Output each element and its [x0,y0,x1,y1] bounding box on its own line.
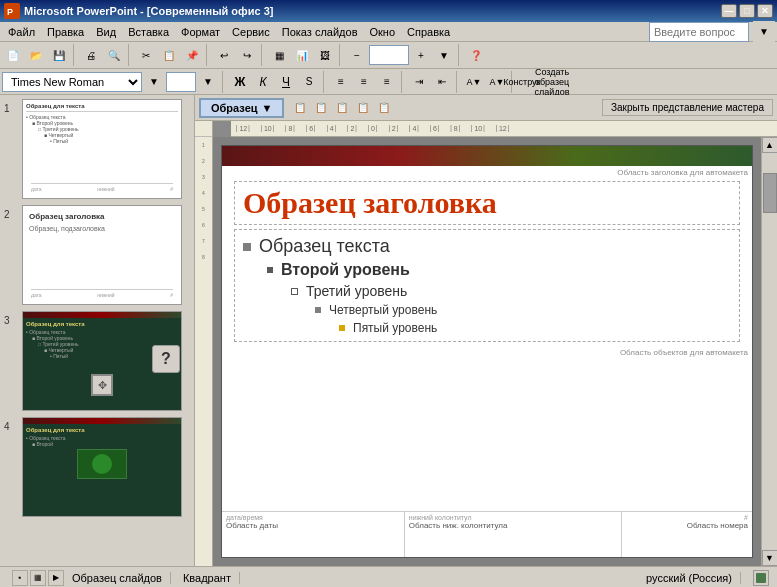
slide-1-thumb[interactable]: Образец для текста • Образец текста ■ Вт… [22,99,182,199]
maximize-button[interactable]: □ [739,4,755,18]
save-button[interactable]: 💾 [48,44,70,66]
footer-date-cell: дата/время Область даты [222,512,405,557]
bullet-5: Пятый уровень [243,319,731,337]
scroll-up-button[interactable]: ▲ [762,137,778,153]
redo-button[interactable]: ↪ [236,44,258,66]
slide-title-box[interactable]: Образец заголовка [234,181,740,225]
help-search-button[interactable]: ▼ [753,21,775,43]
status-bar: ▪ ▦ ▶ Образец слайдов Квадрант русский (… [0,566,777,587]
slide-content-wrapper: │12│ │10│ │8│ │6│ │4│ │2│ │0│ │2│ │4│ │6… [213,121,777,566]
footer-subtitle-label-top: нижний колонтитул [409,514,618,521]
create-template-button[interactable]: Создать образец слайдов [541,71,563,93]
print-button[interactable]: 🖨 [80,44,102,66]
menu-help[interactable]: Справка [401,24,456,40]
bullet-2: Второй уровень [243,259,731,281]
help-question-button[interactable]: ? [152,345,180,373]
menu-slideshow[interactable]: Показ слайдов [276,24,364,40]
scroll-down-button[interactable]: ▼ [762,550,778,566]
menu-window[interactable]: Окно [364,24,402,40]
ruler-horizontal: │12│ │10│ │8│ │6│ │4│ │2│ │0│ │2│ │4│ │6… [231,121,777,137]
slide-2-thumb[interactable]: Образец заголовка Образец, подзаголовка … [22,205,182,305]
sep-f4 [456,71,460,93]
menu-edit[interactable]: Правка [41,24,90,40]
cut-button[interactable]: ✂ [135,44,157,66]
footer-number-label: Область номера [626,521,748,530]
master-btn-5[interactable]: 📋 [374,98,394,118]
open-button[interactable]: 📂 [25,44,47,66]
sep1 [73,44,77,66]
font-dropdown[interactable]: ▼ [143,71,165,93]
menu-file[interactable]: Файл [2,24,41,40]
zoom-in-button[interactable]: + [410,44,432,66]
slide-panel: 1 Образец для текста • Образец текста ■ … [0,95,195,566]
slide-top-bar [222,146,752,166]
slide-background: Область заголовка для автомакета Образец… [213,137,761,566]
font-size-input[interactable]: 18 [166,72,196,92]
menu-format[interactable]: Формат [175,24,226,40]
new-button[interactable]: 📄 [2,44,24,66]
bullet-2-icon [267,267,273,273]
slide-edit-wrapper: 1 2 3 4 5 6 7 8 [195,121,777,566]
insert-table-button[interactable]: ▦ [268,44,290,66]
bullet-3: Третий уровень [243,281,731,301]
position-status: Квадрант [183,572,240,584]
master-label: Образец ▼ [199,98,284,118]
master-btn-2[interactable]: 📋 [311,98,331,118]
zoom-out-button[interactable]: − [346,44,368,66]
paste-button[interactable]: 📌 [181,44,203,66]
bold-button[interactable]: Ж [229,71,251,93]
zoom-input[interactable]: 58% [369,45,409,65]
align-right-button[interactable]: ≡ [376,71,398,93]
slide-1-container: 1 Образец для текста • Образец текста ■ … [4,99,190,199]
increase-indent-button[interactable]: ⇥ [408,71,430,93]
menu-insert[interactable]: Вставка [122,24,175,40]
master-label-text: Образец [211,102,258,114]
font-select[interactable]: Times New Roman [2,72,142,92]
close-button[interactable]: ✕ [757,4,773,18]
master-btn-3[interactable]: 📋 [332,98,352,118]
underline-button[interactable]: Ч [275,71,297,93]
sep2 [128,44,132,66]
minimize-button[interactable]: — [721,4,737,18]
view-icons: ▪ ▦ ▶ [12,570,64,586]
insert-chart-button[interactable]: 📊 [291,44,313,66]
help-search-input[interactable] [649,22,749,42]
slide-footer: дата/время Область даты нижний колонтиту… [222,511,752,557]
size-dropdown[interactable]: ▼ [197,71,219,93]
slide-content-box[interactable]: Образец текста Второй уровень Третий уро… [234,229,740,342]
menu-view[interactable]: Вид [90,24,122,40]
copy-button[interactable]: 📋 [158,44,180,66]
sep3 [206,44,210,66]
slide-4-thumb[interactable]: Образец для текста • Образец текста ■ Вт… [22,417,182,517]
italic-button[interactable]: К [252,71,274,93]
bullet-4-icon [315,307,321,313]
title-bar-left: P Microsoft PowerPoint - [Современный оф… [4,3,273,19]
font-color-button[interactable]: A▼ [463,71,485,93]
slideshow-button[interactable]: ▶ [48,570,64,586]
align-center-button[interactable]: ≡ [353,71,375,93]
decrease-indent-button[interactable]: ⇤ [431,71,453,93]
master-btn-4[interactable]: 📋 [353,98,373,118]
main-area: 1 Образец для текста • Образец текста ■ … [0,95,777,566]
help-button[interactable]: ❓ [465,44,487,66]
close-master-button[interactable]: Закрыть представление мастера [602,99,773,116]
undo-button[interactable]: ↩ [213,44,235,66]
footer-subtitle-label: Область ниж. колонтитула [409,521,618,530]
insert-image-button[interactable]: 🖼 [314,44,336,66]
zoom-dropdown[interactable]: ▼ [433,44,455,66]
slide-4-number: 4 [4,417,18,432]
slide-sorter-button[interactable]: ▦ [30,570,46,586]
master-btn-1[interactable]: 📋 [290,98,310,118]
preview-button[interactable]: 🔍 [103,44,125,66]
align-left-button[interactable]: ≡ [330,71,352,93]
slide-canvas[interactable]: Область заголовка для автомакета Образец… [221,145,753,558]
toolbar-row-1: 📄 📂 💾 🖨 🔍 ✂ 📋 📌 ↩ ↪ ▦ 📊 🖼 − 58% + ▼ ❓ [0,42,777,68]
scroll-thumb[interactable] [763,173,777,213]
normal-view-button[interactable]: ▪ [12,570,28,586]
master-dropdown-icon[interactable]: ▼ [262,102,273,114]
slide-3-number: 3 [4,311,18,326]
menu-service[interactable]: Сервис [226,24,276,40]
strikethrough-button[interactable]: S [298,71,320,93]
title-bar: P Microsoft PowerPoint - [Современный оф… [0,0,777,22]
title-area-label: Область заголовка для автомакета [222,166,752,179]
